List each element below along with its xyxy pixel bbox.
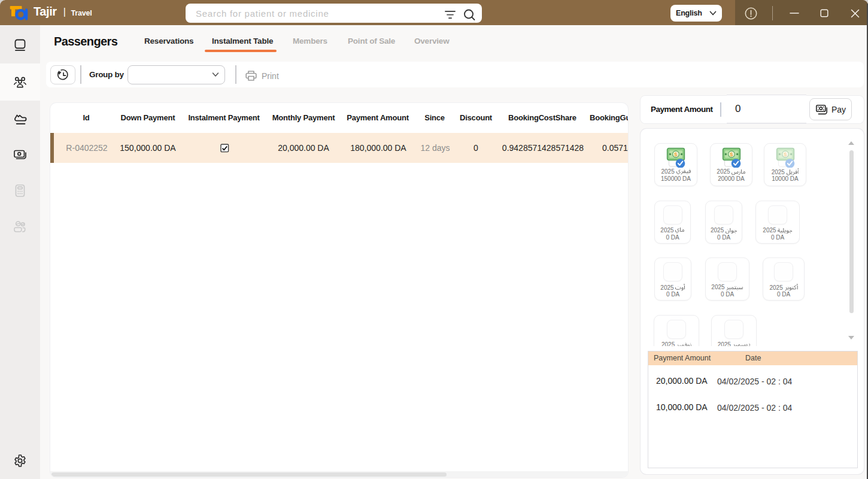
svg-text:$: $ <box>784 151 787 157</box>
svg-text:$: $ <box>674 151 678 157</box>
svg-text:$: $ <box>730 151 733 157</box>
